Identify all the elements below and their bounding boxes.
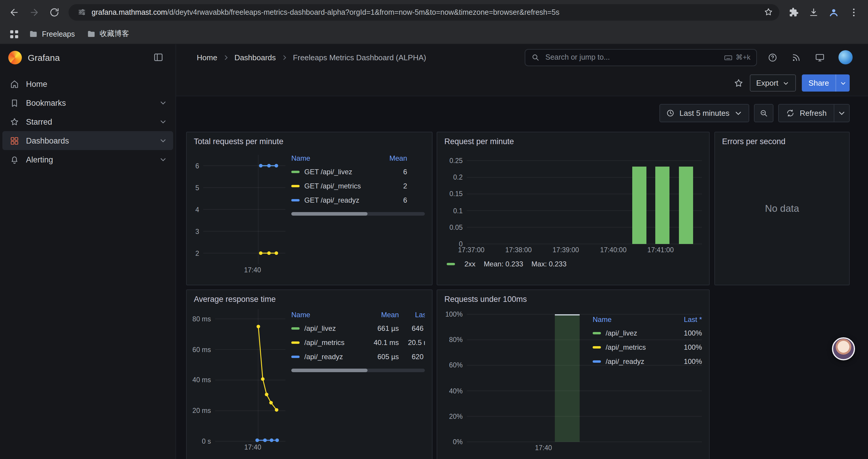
forward-button[interactable] xyxy=(25,3,44,22)
url-bar[interactable]: grafana.mathmast.com/d/deytv4rwavabkb/fr… xyxy=(68,4,779,21)
x-axis-tick: 17:41:00 xyxy=(647,246,674,254)
legend-item[interactable]: 2xx xyxy=(447,260,475,268)
legend-row[interactable]: /api/_readyz 100% xyxy=(593,355,702,369)
panel-title[interactable]: Total requests per minute xyxy=(187,132,432,146)
legend-row[interactable]: GET /api/_metrics 2 xyxy=(291,179,425,193)
legend-row[interactable]: /api/_livez 100% xyxy=(593,326,702,340)
share-button[interactable]: Share xyxy=(802,74,850,92)
favorite-dashboard-button[interactable] xyxy=(733,78,744,88)
export-button[interactable]: Export xyxy=(749,74,796,92)
breadcrumb-dashboards[interactable]: Dashboards xyxy=(234,53,276,62)
chevron-down-icon xyxy=(159,155,167,164)
user-avatar[interactable] xyxy=(838,50,852,64)
sidebar-item-home[interactable]: Home xyxy=(2,74,173,93)
bookmark-folder-freeleaps[interactable]: Freeleaps xyxy=(24,27,80,41)
url-text: grafana.mathmast.com/d/deytv4rwavabkb/fr… xyxy=(92,8,759,16)
dashboard-canvas: Last 5 minutes Refresh xyxy=(176,96,868,459)
share-menu-button[interactable] xyxy=(836,74,850,92)
legend-header-mean[interactable]: Mean xyxy=(361,311,399,319)
search-icon xyxy=(531,53,539,61)
legend-header-name[interactable]: Name xyxy=(593,316,673,324)
kebab-menu-icon xyxy=(848,7,859,18)
folder-icon xyxy=(87,30,95,38)
chevron-down-icon xyxy=(837,109,846,118)
series-last: 100% xyxy=(673,357,702,366)
dock-sidebar-button[interactable] xyxy=(153,52,164,63)
search-box[interactable]: ⌘+k xyxy=(525,49,757,66)
panel-title[interactable]: Errors per second xyxy=(715,132,849,146)
y-axis-tick: 20 ms xyxy=(192,407,211,414)
sidebar-item-bookmarks[interactable]: Bookmarks xyxy=(2,93,173,112)
reload-button[interactable] xyxy=(45,3,64,22)
series-name: GET /api/_metrics xyxy=(304,182,375,190)
legend-row[interactable]: /api/_metrics 100% xyxy=(593,340,702,355)
bookmark-folder-label: Freeleaps xyxy=(42,30,75,38)
panel-title[interactable]: Requests under 100ms xyxy=(437,290,709,304)
legend-header-name[interactable]: Name xyxy=(291,154,375,162)
sidebar-item-dashboards[interactable]: Dashboards xyxy=(2,131,173,150)
series-mean: 6 xyxy=(375,168,407,176)
scrollbar-thumb[interactable] xyxy=(291,212,368,216)
panel-requests-under-100ms: Requests under 100ms 100%80%60%40%20%0% … xyxy=(437,290,710,459)
floating-avatar-widget[interactable] xyxy=(832,337,855,360)
chart-svg xyxy=(215,309,285,441)
legend-row[interactable]: /api/_readyz 605 µs 620 µs xyxy=(291,350,425,364)
legend-scrollbar[interactable] xyxy=(291,212,425,216)
chevron-right-icon xyxy=(281,54,288,61)
panel-legend: Name Mean GET /api/_livez 6 GET /api/_me… xyxy=(291,152,425,264)
refresh-interval-button[interactable] xyxy=(834,104,850,122)
legend-header-mean[interactable]: Mean xyxy=(375,154,407,162)
extensions-button[interactable] xyxy=(784,3,803,22)
chevron-down-icon xyxy=(159,136,167,145)
y-axis-tick: 6 xyxy=(195,162,199,169)
scrollbar-thumb[interactable] xyxy=(291,369,368,372)
series-color-swatch xyxy=(291,199,300,201)
legend-header-last[interactable]: Last * xyxy=(399,311,425,319)
news-button[interactable] xyxy=(791,52,801,62)
legend-header-name[interactable]: Name xyxy=(291,311,361,319)
chevron-down-icon xyxy=(783,79,790,87)
legend-row[interactable]: /api/_metrics 40.1 ms 20.5 ms xyxy=(291,335,425,350)
x-axis: 17:40 xyxy=(215,441,285,451)
legend-row[interactable]: /api/_livez 661 µs 646 µs xyxy=(291,321,425,335)
bookmark-star-icon[interactable] xyxy=(764,7,773,17)
search-input[interactable] xyxy=(544,53,719,62)
panel-errors-per-second: Errors per second No data xyxy=(714,132,850,285)
browser-menu-button[interactable] xyxy=(844,3,863,22)
panel-title[interactable]: Average response time xyxy=(187,290,432,304)
y-axis-tick: 4 xyxy=(195,206,199,213)
sidebar-item-alerting[interactable]: Alerting xyxy=(2,150,173,169)
series-color-swatch xyxy=(593,360,601,363)
legend-row[interactable]: GET /api/_livez 6 xyxy=(291,165,425,179)
profile-button[interactable] xyxy=(824,3,843,22)
bookmark-folder-blogs[interactable]: 收藏博客 xyxy=(81,27,134,41)
bookmark-icon xyxy=(9,98,20,108)
breadcrumb-home[interactable]: Home xyxy=(197,53,217,62)
grafana-logo-icon[interactable] xyxy=(8,51,22,64)
panel-legend: Name Mean Last * /api/_livez 661 µs 646 … xyxy=(291,308,425,441)
legend-header-row: Name Mean Last * xyxy=(291,308,425,321)
sidebar-item-starred[interactable]: Starred xyxy=(2,112,173,131)
refresh-button[interactable]: Refresh xyxy=(778,104,834,122)
y-axis-tick: 40 ms xyxy=(192,376,211,384)
back-button[interactable] xyxy=(5,3,24,22)
series-last: 620 µs xyxy=(399,353,425,361)
y-axis-tick: 0.05 xyxy=(450,224,463,231)
bar xyxy=(679,166,693,244)
series-name: GET /api/_readyz xyxy=(304,196,375,204)
legend-header-last[interactable]: Last * xyxy=(673,316,702,324)
legend-row[interactable]: GET /api/_readyz 6 xyxy=(291,193,425,207)
apps-grid-button[interactable] xyxy=(6,26,23,42)
time-range-picker[interactable]: Last 5 minutes xyxy=(659,104,749,122)
display-button[interactable] xyxy=(815,52,825,62)
legend-scrollbar[interactable] xyxy=(291,369,425,372)
dashboard-actions-bar: Export Share xyxy=(176,70,868,96)
downloads-button[interactable] xyxy=(804,3,823,22)
x-axis: 17:40 xyxy=(203,264,285,273)
panel-title[interactable]: Request per minute xyxy=(437,132,709,146)
series-name: /api/_livez xyxy=(606,329,673,337)
zoom-out-icon xyxy=(760,109,769,118)
zoom-out-button[interactable] xyxy=(754,104,774,122)
series-name: /api/_readyz xyxy=(304,353,361,361)
help-button[interactable] xyxy=(768,52,778,62)
